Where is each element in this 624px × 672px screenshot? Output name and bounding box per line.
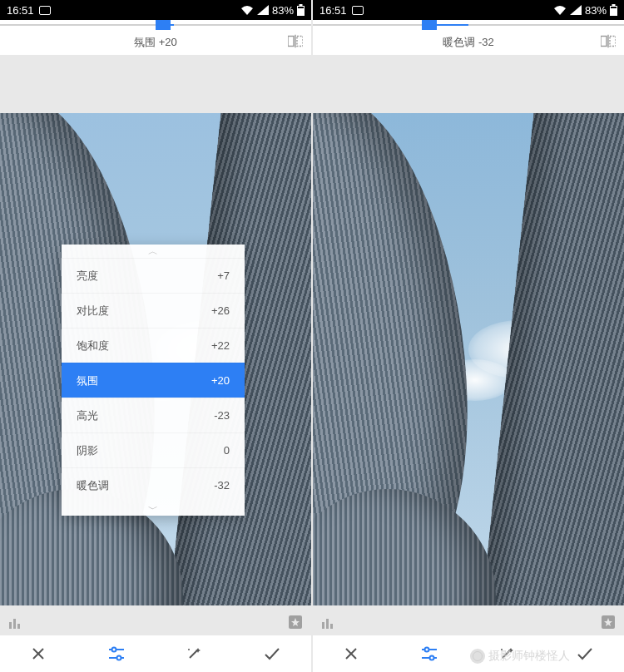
- popup-row-label: 高光: [77, 408, 98, 423]
- adjustment-slider[interactable]: [313, 20, 624, 30]
- svg-rect-7: [13, 619, 16, 629]
- wifi-icon: [240, 5, 254, 15]
- popup-row-saturation[interactable]: 饱和度 +22: [62, 328, 245, 363]
- edited-photo: [313, 113, 624, 605]
- popup-row-shadows[interactable]: 阴影 0: [62, 432, 245, 467]
- svg-point-16: [116, 656, 121, 660]
- popup-row-value: 0: [224, 444, 230, 457]
- edit-canvas[interactable]: [313, 55, 624, 672]
- svg-rect-25: [322, 622, 324, 629]
- screen-left: 16:51 83% 氛围 +20: [0, 0, 311, 672]
- bookmark-icon[interactable]: [288, 615, 303, 633]
- svg-point-14: [111, 648, 116, 652]
- popup-row-value: +26: [211, 304, 230, 317]
- popup-row-label: 氛围: [77, 373, 98, 388]
- popup-row-brightness[interactable]: 亮度 +7: [62, 258, 245, 293]
- picture-icon: [39, 6, 51, 15]
- chevron-up-icon[interactable]: ︿: [62, 245, 245, 258]
- compare-icon[interactable]: [288, 35, 303, 51]
- svg-point-33: [424, 648, 428, 652]
- status-bar: 16:51 83%: [0, 0, 311, 20]
- cellular-icon: [570, 5, 582, 15]
- cellular-icon: [257, 5, 269, 15]
- adjustment-slider[interactable]: [0, 20, 311, 30]
- svg-rect-4: [297, 37, 303, 47]
- screen-right: 16:51 83% 暖色调 -32: [313, 0, 624, 672]
- popup-row-ambiance[interactable]: 氛围 +20: [62, 363, 245, 398]
- svg-rect-3: [288, 37, 294, 47]
- battery-percent: 83%: [585, 4, 607, 17]
- svg-point-37: [501, 649, 503, 650]
- adjust-popup[interactable]: ︿ 亮度 +7 对比度 +26 饱和度 +22 氛围 +20: [62, 245, 245, 516]
- histogram-icon[interactable]: [321, 615, 338, 632]
- svg-rect-6: [9, 622, 12, 629]
- popup-row-label: 饱和度: [77, 338, 109, 353]
- popup-row-label: 亮度: [77, 269, 98, 284]
- apply-button[interactable]: [576, 645, 594, 662]
- close-button[interactable]: [30, 645, 47, 662]
- bookmark-icon[interactable]: [601, 615, 616, 633]
- bottom-toolbar: [313, 635, 624, 672]
- param-bar: 暖色调 -32: [313, 30, 624, 55]
- svg-rect-23: [610, 37, 616, 47]
- slider-thumb[interactable]: [156, 20, 171, 30]
- svg-rect-2: [298, 7, 304, 8]
- magic-button[interactable]: [186, 645, 202, 662]
- popup-row-contrast[interactable]: 对比度 +26: [62, 293, 245, 328]
- picture-icon: [352, 6, 364, 15]
- edit-canvas[interactable]: ︿ 亮度 +7 对比度 +26 饱和度 +22 氛围 +20: [0, 55, 311, 672]
- status-time: 16:51: [319, 4, 347, 17]
- status-time: 16:51: [7, 4, 34, 17]
- svg-rect-1: [300, 4, 303, 6]
- popup-row-value: -32: [214, 479, 230, 492]
- bottom-toolbar: [0, 635, 311, 672]
- histogram-icon[interactable]: [8, 615, 25, 632]
- popup-row-label: 对比度: [77, 304, 109, 319]
- popup-row-highlights[interactable]: 高光 -23: [62, 398, 245, 432]
- apply-button[interactable]: [263, 645, 281, 662]
- slider-thumb[interactable]: [422, 20, 437, 30]
- battery-percent: 83%: [272, 4, 294, 17]
- param-label: 暖色调 -32: [443, 35, 493, 50]
- svg-rect-27: [330, 624, 333, 629]
- compare-icon[interactable]: [601, 35, 616, 51]
- svg-rect-21: [611, 7, 617, 8]
- magic-button[interactable]: [498, 645, 515, 662]
- popup-row-value: +7: [217, 269, 230, 282]
- tune-button[interactable]: [107, 645, 126, 662]
- popup-row-label: 阴影: [77, 443, 98, 458]
- svg-rect-8: [17, 624, 20, 629]
- popup-row-value: +20: [211, 374, 230, 387]
- status-bar: 16:51 83%: [313, 0, 624, 20]
- svg-point-35: [429, 656, 433, 660]
- chevron-down-icon[interactable]: ﹀: [62, 502, 245, 516]
- battery-icon: [610, 4, 617, 16]
- battery-icon: [297, 4, 305, 16]
- tune-button[interactable]: [420, 645, 438, 662]
- popup-row-label: 暖色调: [77, 478, 109, 493]
- popup-row-value: -23: [214, 409, 230, 422]
- close-button[interactable]: [343, 645, 359, 662]
- param-label: 氛围 +20: [134, 35, 177, 50]
- popup-row-value: +22: [211, 339, 230, 352]
- svg-rect-20: [612, 4, 616, 6]
- svg-rect-26: [326, 619, 329, 629]
- wifi-icon: [553, 5, 567, 15]
- svg-rect-22: [601, 37, 607, 47]
- svg-point-18: [188, 649, 190, 650]
- param-bar: 氛围 +20: [0, 30, 311, 55]
- popup-row-warmth[interactable]: 暖色调 -32: [62, 467, 245, 502]
